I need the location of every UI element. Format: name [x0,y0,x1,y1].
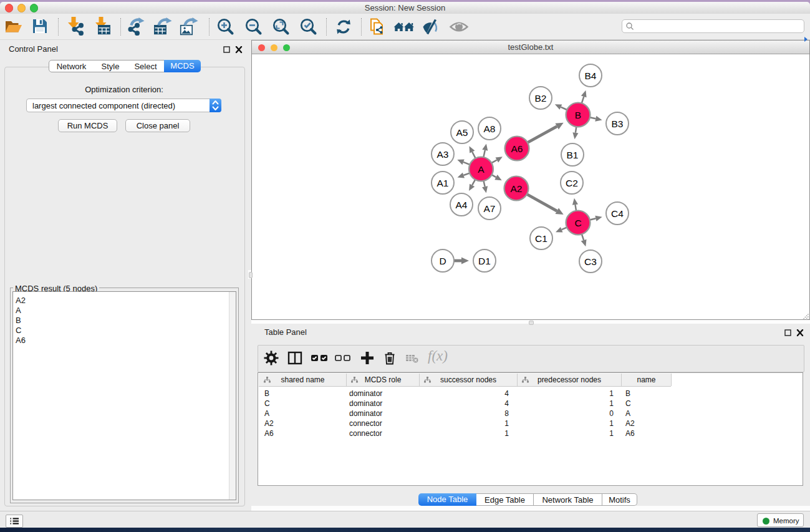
svg-text:C4: C4 [611,208,624,219]
svg-text:A6: A6 [511,143,523,154]
svg-text:A5: A5 [456,127,468,138]
svg-text:A2: A2 [511,183,523,194]
svg-text:C2: C2 [566,178,578,188]
svg-text:B2: B2 [535,93,547,104]
svg-text:A8: A8 [484,123,496,134]
svg-text:B: B [575,110,581,120]
svg-text:A1: A1 [437,178,449,188]
svg-text:A4: A4 [456,200,468,210]
svg-text:C: C [574,218,581,228]
svg-text:B1: B1 [567,150,579,160]
svg-text:C3: C3 [584,256,597,267]
svg-text:B4: B4 [585,70,597,81]
svg-text:A3: A3 [437,149,449,160]
svg-text:B3: B3 [612,118,624,129]
svg-text:C1: C1 [535,233,547,244]
svg-text:D: D [439,256,446,266]
svg-text:D1: D1 [478,256,491,266]
svg-text:A7: A7 [484,203,496,214]
svg-text:A: A [478,164,485,175]
